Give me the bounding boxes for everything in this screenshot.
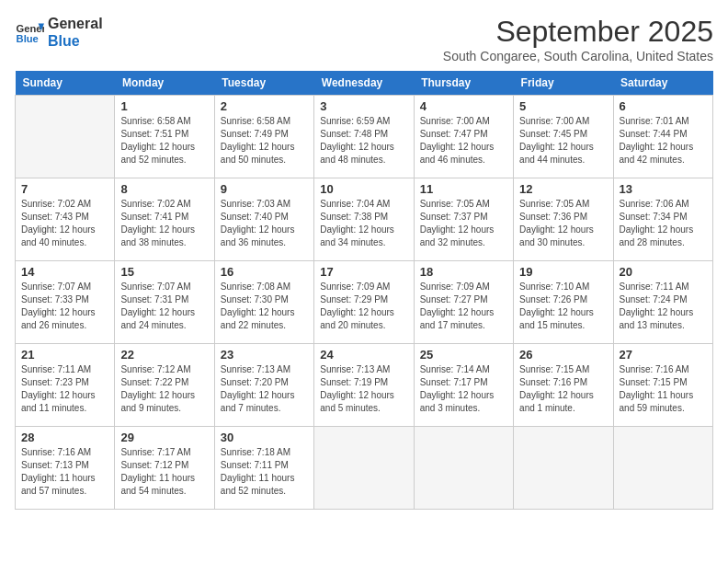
day-cell-21: 21Sunrise: 7:11 AM Sunset: 7:23 PM Dayli… [16,344,115,427]
day-cell-18: 18Sunrise: 7:09 AM Sunset: 7:27 PM Dayli… [414,261,513,344]
day-number: 23 [221,348,308,362]
day-number: 22 [120,348,208,362]
calendar-table: SundayMondayTuesdayWednesdayThursdayFrid… [15,71,713,510]
day-number: 14 [21,265,108,279]
week-row-1: 1Sunrise: 6:58 AM Sunset: 7:51 PM Daylig… [16,96,713,178]
day-number: 12 [519,182,607,196]
day-number: 17 [320,265,407,279]
day-number: 11 [420,182,507,196]
empty-cell [414,427,513,510]
day-cell-27: 27Sunrise: 7:16 AM Sunset: 7:15 PM Dayli… [613,344,712,427]
day-number: 15 [120,265,208,279]
day-info: Sunrise: 7:05 AM Sunset: 7:37 PM Dayligh… [420,198,507,249]
day-info: Sunrise: 7:07 AM Sunset: 7:33 PM Dayligh… [21,281,108,332]
logo-icon: General Blue [15,17,44,47]
day-cell-28: 28Sunrise: 7:16 AM Sunset: 7:13 PM Dayli… [16,427,115,510]
day-number: 5 [519,99,607,113]
day-info: Sunrise: 7:17 AM Sunset: 7:12 PM Dayligh… [120,446,208,498]
day-info: Sunrise: 7:16 AM Sunset: 7:13 PM Dayligh… [21,446,108,498]
day-number: 6 [620,99,707,113]
weekday-header-saturday: Saturday [613,71,712,96]
day-info: Sunrise: 7:06 AM Sunset: 7:34 PM Dayligh… [620,198,707,249]
day-cell-15: 15Sunrise: 7:07 AM Sunset: 7:31 PM Dayli… [115,261,214,344]
weekday-header-friday: Friday [514,71,613,96]
day-cell-29: 29Sunrise: 7:17 AM Sunset: 7:12 PM Dayli… [115,427,214,510]
weekday-header-sunday: Sunday [16,71,115,96]
day-cell-7: 7Sunrise: 7:02 AM Sunset: 7:43 PM Daylig… [16,178,115,261]
logo: General Blue General Blue [15,15,103,50]
day-number: 2 [221,99,308,113]
day-number: 21 [21,348,108,362]
weekday-header-wednesday: Wednesday [314,71,414,96]
day-info: Sunrise: 7:09 AM Sunset: 7:29 PM Dayligh… [320,281,407,332]
day-info: Sunrise: 7:02 AM Sunset: 7:41 PM Dayligh… [120,198,208,249]
day-cell-10: 10Sunrise: 7:04 AM Sunset: 7:38 PM Dayli… [314,178,414,261]
day-info: Sunrise: 7:10 AM Sunset: 7:26 PM Dayligh… [519,281,607,332]
day-cell-6: 6Sunrise: 7:01 AM Sunset: 7:44 PM Daylig… [613,96,712,178]
day-info: Sunrise: 7:02 AM Sunset: 7:43 PM Dayligh… [21,198,108,249]
day-cell-14: 14Sunrise: 7:07 AM Sunset: 7:33 PM Dayli… [16,261,115,344]
weekday-header-tuesday: Tuesday [214,71,313,96]
day-number: 13 [620,182,707,196]
day-number: 28 [21,431,108,444]
location: South Congaree, South Carolina, United S… [443,49,713,63]
day-info: Sunrise: 7:07 AM Sunset: 7:31 PM Dayligh… [120,281,208,332]
day-cell-9: 9Sunrise: 7:03 AM Sunset: 7:40 PM Daylig… [214,178,313,261]
empty-cell [613,427,712,510]
day-cell-24: 24Sunrise: 7:13 AM Sunset: 7:19 PM Dayli… [314,344,414,427]
day-info: Sunrise: 7:04 AM Sunset: 7:38 PM Dayligh… [320,198,407,249]
day-cell-11: 11Sunrise: 7:05 AM Sunset: 7:37 PM Dayli… [414,178,513,261]
day-cell-19: 19Sunrise: 7:10 AM Sunset: 7:26 PM Dayli… [514,261,613,344]
day-info: Sunrise: 7:11 AM Sunset: 7:24 PM Dayligh… [620,281,707,332]
day-info: Sunrise: 6:58 AM Sunset: 7:51 PM Dayligh… [120,115,208,167]
day-cell-5: 5Sunrise: 7:00 AM Sunset: 7:45 PM Daylig… [514,96,613,178]
day-cell-17: 17Sunrise: 7:09 AM Sunset: 7:29 PM Dayli… [314,261,414,344]
day-info: Sunrise: 7:00 AM Sunset: 7:45 PM Dayligh… [519,115,607,167]
day-info: Sunrise: 6:59 AM Sunset: 7:48 PM Dayligh… [320,115,407,167]
day-info: Sunrise: 7:13 AM Sunset: 7:20 PM Dayligh… [221,363,308,415]
weekday-header-thursday: Thursday [414,71,513,96]
day-info: Sunrise: 7:18 AM Sunset: 7:11 PM Dayligh… [221,446,308,498]
month-year: September 2025 [443,15,713,49]
day-info: Sunrise: 7:05 AM Sunset: 7:36 PM Dayligh… [519,198,607,249]
title-block: September 2025 South Congaree, South Car… [443,15,713,63]
day-number: 16 [221,265,308,279]
day-cell-16: 16Sunrise: 7:08 AM Sunset: 7:30 PM Dayli… [214,261,313,344]
day-cell-12: 12Sunrise: 7:05 AM Sunset: 7:36 PM Dayli… [514,178,613,261]
week-row-5: 28Sunrise: 7:16 AM Sunset: 7:13 PM Dayli… [16,427,713,510]
day-cell-4: 4Sunrise: 7:00 AM Sunset: 7:47 PM Daylig… [414,96,513,178]
empty-cell [514,427,613,510]
empty-cell [314,427,414,510]
day-cell-1: 1Sunrise: 6:58 AM Sunset: 7:51 PM Daylig… [115,96,214,178]
day-cell-20: 20Sunrise: 7:11 AM Sunset: 7:24 PM Dayli… [613,261,712,344]
day-number: 25 [420,348,507,362]
day-info: Sunrise: 7:15 AM Sunset: 7:16 PM Dayligh… [519,363,607,415]
day-number: 24 [320,348,407,362]
day-number: 30 [221,431,308,444]
day-number: 1 [120,99,208,113]
empty-cell [16,96,115,178]
day-number: 10 [320,182,407,196]
day-info: Sunrise: 7:08 AM Sunset: 7:30 PM Dayligh… [221,281,308,332]
week-row-3: 14Sunrise: 7:07 AM Sunset: 7:33 PM Dayli… [16,261,713,344]
day-number: 18 [420,265,507,279]
day-info: Sunrise: 7:13 AM Sunset: 7:19 PM Dayligh… [320,363,407,415]
day-info: Sunrise: 6:58 AM Sunset: 7:49 PM Dayligh… [221,115,308,167]
weekday-header-row: SundayMondayTuesdayWednesdayThursdayFrid… [16,71,713,96]
day-info: Sunrise: 7:00 AM Sunset: 7:47 PM Dayligh… [420,115,507,167]
day-cell-25: 25Sunrise: 7:14 AM Sunset: 7:17 PM Dayli… [414,344,513,427]
day-number: 26 [519,348,607,362]
week-row-4: 21Sunrise: 7:11 AM Sunset: 7:23 PM Dayli… [16,344,713,427]
day-number: 9 [221,182,308,196]
page-header: General Blue General Blue September 2025… [15,15,713,63]
day-number: 19 [519,265,607,279]
day-cell-23: 23Sunrise: 7:13 AM Sunset: 7:20 PM Dayli… [214,344,313,427]
day-info: Sunrise: 7:12 AM Sunset: 7:22 PM Dayligh… [120,363,208,415]
logo-general: General [48,15,103,32]
day-cell-2: 2Sunrise: 6:58 AM Sunset: 7:49 PM Daylig… [214,96,313,178]
day-number: 20 [620,265,707,279]
day-number: 8 [120,182,208,196]
day-info: Sunrise: 7:01 AM Sunset: 7:44 PM Dayligh… [620,115,707,167]
day-info: Sunrise: 7:14 AM Sunset: 7:17 PM Dayligh… [420,363,507,415]
day-cell-26: 26Sunrise: 7:15 AM Sunset: 7:16 PM Dayli… [514,344,613,427]
